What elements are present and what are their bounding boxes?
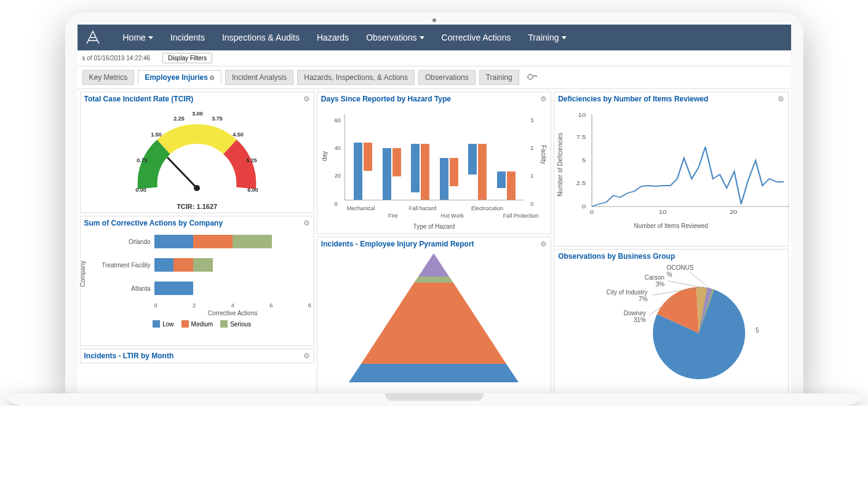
laptop-frame: Home Incidents Inspections & Audits Haza… [65,12,803,393]
svg-point-0 [528,74,533,79]
widget-days-hazard: Days Since Reported by Hazard Type ⚙ day… [317,92,551,234]
tabbar: Key Metrics Employee Injuries⚙ Incident … [78,66,791,89]
svg-text:0: 0 [590,209,594,215]
widget-title: Incidents - LTIR by Month [84,352,174,360]
dashboard-col-1: Total Case Incident Rate (TCIR) ⚙ [80,92,314,393]
nav-observations[interactable]: Observations [357,33,432,42]
widget-tcir: Total Case Incident Rate (TCIR) ⚙ [80,92,314,213]
nav-inspections[interactable]: Inspections & Audits [213,33,308,42]
nav-training[interactable]: Training [519,33,575,42]
y-axis-label: Number of Deficiencies [557,133,563,196]
nav-hazards[interactable]: Hazards [308,33,357,42]
widget-title: Observations by Business Group [558,252,675,261]
widget-title: Incidents - Employee Injury Pyramid Repo… [321,240,474,248]
gear-icon[interactable]: ⚙ [303,219,310,227]
svg-text:0: 0 [582,203,586,210]
y2-axis-label: Facility [540,145,547,164]
svg-line-19 [668,281,706,288]
hbar-atlanta: Atlanta [93,279,311,297]
tab-incident-analysis[interactable]: Incident Analysis [225,70,293,85]
y-axis-label: day [321,151,328,161]
svg-marker-5 [414,277,453,283]
svg-text:7.5: 7.5 [576,134,586,140]
x-axis-label: Type of Hazard [320,223,548,230]
dashboard-col-2: Days Since Reported by Hazard Type ⚙ day… [317,92,551,393]
display-filters-button[interactable]: Display Filters [162,53,212,63]
svg-text:5: 5 [582,157,586,163]
x-axis-label: Corrective Actions [154,310,311,317]
nav-home[interactable]: Home [114,33,162,42]
gear-icon[interactable]: ⚙ [540,240,547,248]
hbar-treatment: Treatment Facility [93,256,311,274]
tab-key-metrics[interactable]: Key Metrics [82,70,135,85]
svg-marker-7 [349,364,519,382]
screen: Home Incidents Inspections & Audits Haza… [78,25,791,393]
svg-point-3 [194,185,200,191]
widget-pyramid: Incidents - Employee Injury Pyramid Repo… [317,237,551,393]
svg-marker-4 [418,253,449,277]
widget-title: Deficiencies by Number of Items Reviewed [558,95,708,103]
dashboard-col-3: Deficiencies by Number of Items Reviewed… [554,92,788,393]
widget-corrective-actions: Sum of Corrective Actions by Company ⚙ C… [80,216,314,346]
view-icon[interactable] [527,73,538,83]
svg-text:10: 10 [659,209,667,215]
chevron-down-icon [420,36,424,39]
x-axis-label: Number of Items Reviewed [557,222,785,229]
laptop-base [4,393,865,406]
pyramid-chart [348,253,520,382]
gear-icon[interactable]: ⚙ [778,95,784,103]
widget-title: Days Since Reported by Hazard Type [321,95,451,103]
gauge-chart: 0.00 0.75 1.50 2.25 3.00 3.75 4.50 5.25 … [129,108,265,200]
widget-title: Sum of Corrective Actions by Company [84,219,223,227]
subbar: s of 01/16/2019 14:22:46 Display Filters [78,50,791,66]
hbar-orlando: Orlando [93,232,311,251]
legend: Low Medium Serious [93,320,311,328]
widget-title: Total Case Incident Rate (TCIR) [84,95,194,103]
widget-observations-pie: Observations by Business Group [554,249,788,393]
gear-icon[interactable]: ⚙ [303,95,310,103]
grouped-bar-chart: day Facility 0 20 40 60 0 1 2 3 [320,108,548,231]
gear-icon[interactable]: ⚙ [303,352,310,360]
tab-hazards-inspections[interactable]: Hazards, Inspections, & Actions [297,70,415,85]
x-axis: 0 2 4 6 8 [154,302,311,309]
timestamp: s of 01/16/2019 14:22:46 [82,55,151,61]
svg-text:20: 20 [730,209,738,215]
hbar-chart: Orlando Treatment Facility Atlanta [83,232,311,343]
gear-icon[interactable]: ⚙ [540,95,547,103]
chevron-down-icon [148,36,153,39]
tab-observations[interactable]: Observations [418,70,476,85]
nav-corrective[interactable]: Corrective Actions [433,33,520,42]
svg-text:2.5: 2.5 [576,180,586,186]
nav-incidents[interactable]: Incidents [162,33,213,42]
pie-chart: OCONUS% Carson3% City of Industry7% Down… [588,266,754,388]
svg-text:10: 10 [578,112,586,118]
line-chart: Number of Deficiencies 0 2.5 5 7.5 10 0 [557,108,785,243]
svg-marker-6 [361,283,506,364]
gauge-value: TCIR: 1.1627 [177,203,217,210]
widget-deficiencies: Deficiencies by Number of Items Reviewed… [554,92,788,246]
tab-employee-injuries[interactable]: Employee Injuries⚙ [138,70,221,85]
navbar: Home Incidents Inspections & Audits Haza… [78,25,791,50]
dashboard: Total Case Incident Rate (TCIR) ⚙ [78,89,791,393]
gear-icon[interactable]: ⚙ [209,74,215,81]
logo-icon [84,28,102,47]
widget-ltir: Incidents - LTIR by Month ⚙ [80,348,314,363]
chevron-down-icon [562,36,567,39]
tab-training[interactable]: Training [479,70,519,85]
